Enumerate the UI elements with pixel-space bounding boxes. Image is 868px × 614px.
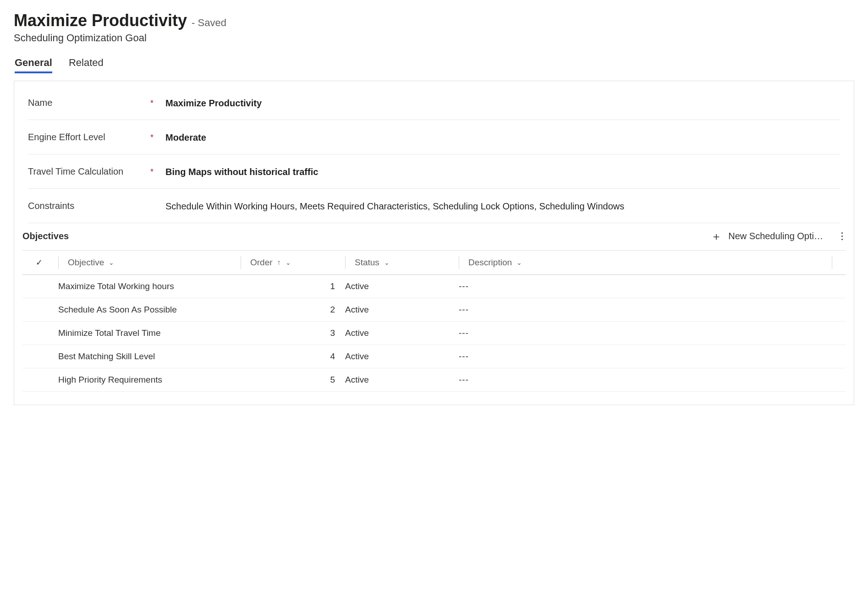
field-name[interactable]: Name * Maximize Productivity [28, 86, 840, 120]
cell-objective[interactable]: High Priority Requirements [55, 375, 241, 385]
tab-related[interactable]: Related [69, 57, 104, 73]
cell-order: 5 [241, 375, 345, 385]
field-engine-effort-value[interactable]: Moderate [165, 131, 840, 144]
required-star-icon: * [150, 132, 154, 143]
page-title: Maximize Productivity [14, 11, 187, 30]
cell-objective[interactable]: Minimize Total Travel Time [55, 328, 241, 338]
chevron-down-icon: ⌄ [384, 259, 390, 266]
objectives-header: Objectives ＋ New Scheduling Opti… [22, 230, 846, 250]
table-row[interactable]: Minimize Total Travel Time3Active--- [22, 322, 846, 345]
cell-objective[interactable]: Best Matching Skill Level [55, 351, 241, 362]
grid-header-row: ✓ Objective ⌄ Order ↑ ⌄ Status ⌄ [22, 251, 846, 275]
cell-description: --- [459, 305, 832, 315]
new-scheduling-objective-label: New Scheduling Opti… [728, 231, 823, 241]
table-row[interactable]: Maximize Total Working hours1Active--- [22, 275, 846, 298]
form-panel: Name * Maximize Productivity Engine Effo… [14, 81, 854, 405]
plus-icon: ＋ [711, 231, 722, 242]
cell-description: --- [459, 281, 832, 291]
cell-order: 3 [241, 328, 345, 338]
field-constraints-label: Constraints [28, 201, 74, 211]
page-header: Maximize Productivity - Saved Scheduling… [14, 11, 854, 44]
required-star-icon: * [150, 98, 154, 109]
column-header-status[interactable]: Status ⌄ [345, 256, 459, 269]
cell-status: Active [345, 375, 459, 385]
cell-description: --- [459, 328, 832, 338]
field-travel-time[interactable]: Travel Time Calculation * Bing Maps with… [28, 154, 840, 189]
column-header-order[interactable]: Order ↑ ⌄ [241, 256, 345, 269]
cell-status: Active [345, 281, 459, 291]
table-row[interactable]: Best Matching Skill Level4Active--- [22, 345, 846, 368]
objectives-grid: ✓ Objective ⌄ Order ↑ ⌄ Status ⌄ [22, 250, 846, 392]
objectives-section: Objectives ＋ New Scheduling Opti… ✓ Obje… [14, 223, 854, 392]
table-row[interactable]: Schedule As Soon As Possible2Active--- [22, 298, 846, 322]
field-travel-time-value[interactable]: Bing Maps without historical traffic [165, 165, 840, 178]
tab-general[interactable]: General [15, 57, 52, 73]
field-name-value[interactable]: Maximize Productivity [165, 97, 840, 110]
cell-status: Active [345, 328, 459, 338]
cell-order: 4 [241, 351, 345, 362]
field-constraints[interactable]: Constraints Schedule Within Working Hour… [28, 189, 840, 223]
table-row[interactable]: High Priority Requirements5Active--- [22, 368, 846, 392]
sort-ascending-icon: ↑ [277, 258, 281, 267]
cell-order: 1 [241, 281, 345, 291]
checkmark-icon: ✓ [36, 258, 43, 268]
column-header-description[interactable]: Description ⌄ [459, 256, 832, 269]
cell-objective[interactable]: Maximize Total Working hours [55, 281, 241, 291]
cell-description: --- [459, 375, 832, 385]
select-all-column[interactable]: ✓ [22, 258, 55, 268]
save-status: - Saved [192, 17, 226, 29]
column-header-objective[interactable]: Objective ⌄ [55, 256, 241, 269]
tab-list: General Related [14, 57, 854, 73]
chevron-down-icon: ⌄ [109, 259, 114, 266]
new-scheduling-objective-button[interactable]: ＋ New Scheduling Opti… [711, 231, 823, 242]
cell-description: --- [459, 351, 832, 362]
cell-status: Active [345, 305, 459, 315]
field-constraints-value[interactable]: Schedule Within Working Hours, Meets Req… [165, 200, 840, 213]
field-engine-effort[interactable]: Engine Effort Level * Moderate [28, 120, 840, 154]
field-travel-time-label: Travel Time Calculation [28, 166, 123, 176]
required-star-icon: * [150, 166, 154, 177]
cell-objective[interactable]: Schedule As Soon As Possible [55, 305, 241, 315]
chevron-down-icon: ⌄ [286, 259, 291, 266]
field-name-label: Name [28, 98, 52, 108]
fields-section: Name * Maximize Productivity Engine Effo… [14, 81, 854, 223]
chevron-down-icon: ⌄ [516, 259, 522, 266]
entity-name: Scheduling Optimization Goal [14, 32, 854, 44]
field-engine-effort-label: Engine Effort Level [28, 132, 105, 142]
objectives-title: Objectives [22, 231, 711, 241]
more-commands-icon[interactable] [839, 230, 846, 242]
cell-status: Active [345, 351, 459, 362]
cell-order: 2 [241, 305, 345, 315]
